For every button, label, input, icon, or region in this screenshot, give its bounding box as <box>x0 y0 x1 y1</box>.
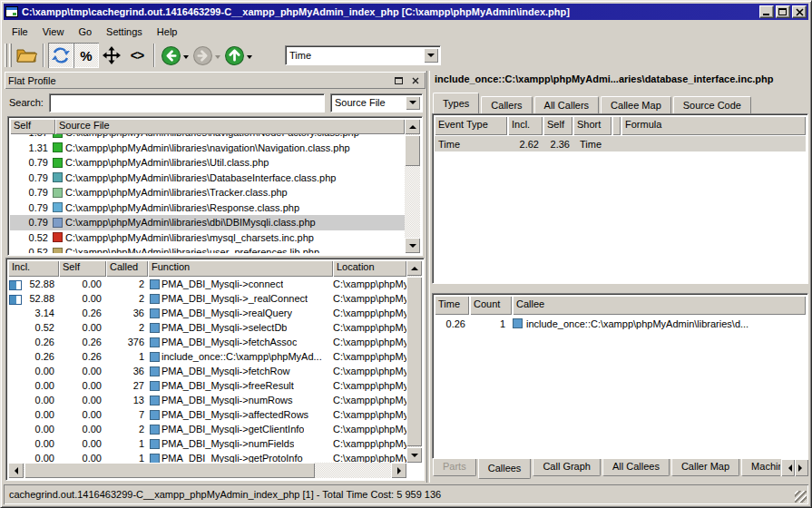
detail-bottom-tab[interactable]: Call Graph <box>533 459 601 476</box>
column-header-time[interactable]: Time <box>435 296 469 315</box>
detail-bottom-tab[interactable]: Callees <box>478 459 532 479</box>
function-row[interactable]: 0.00 0.00 36 PMA_DBI_Mysqli->fetchRow C:… <box>8 364 406 378</box>
file-list-vertical-scrollbar[interactable] <box>405 119 420 253</box>
source-file-row[interactable]: 0.79 C:\xampp\phpMyAdmin\libraries\Track… <box>10 185 405 200</box>
function-row[interactable]: 0.26 0.26 376 PMA_DBI_Mysqli->fetchAssoc… <box>8 335 406 349</box>
column-header-source-file[interactable]: Source File <box>55 119 405 134</box>
up-dropdown-caret[interactable] <box>247 55 252 62</box>
column-header-callee[interactable]: Callee <box>513 296 806 315</box>
function-table-vertical-scrollbar[interactable] <box>406 260 422 463</box>
source-file-row[interactable]: 0.52 C:\xampp\phpMyAdmin\libraries\user_… <box>10 245 405 253</box>
detail-tab[interactable]: Types <box>433 93 479 113</box>
expand-shorten-button[interactable]: <> <box>124 43 150 68</box>
column-header-self[interactable]: Self <box>10 119 55 134</box>
function-row[interactable]: 0.00 0.00 1 PMA_DBI_Mysqli->getProtoInfo… <box>8 451 406 463</box>
combobox-dropdown-button[interactable] <box>424 48 438 63</box>
relative-to-parent-button[interactable] <box>99 43 124 68</box>
dock-title-bar[interactable]: Flat Profile <box>5 72 426 89</box>
forward-button[interactable] <box>191 43 222 68</box>
minimize-button[interactable] <box>759 5 774 18</box>
scrollbar-thumb[interactable] <box>405 135 420 166</box>
self-value: 2.36 <box>542 139 571 150</box>
back-dropdown-caret[interactable] <box>183 55 189 62</box>
source-file-row[interactable]: 0.79 C:\xampp\phpMyAdmin\libraries\Datab… <box>10 171 405 186</box>
column-header-short[interactable]: Short <box>573 116 611 135</box>
called-count-value: 1 <box>106 351 148 362</box>
source-file-row[interactable]: 0.79 C:\xampp\phpMyAdmin\libraries\Respo… <box>10 200 405 216</box>
tab-scroll-right-button[interactable] <box>795 459 808 476</box>
dock-float-button[interactable] <box>392 74 406 87</box>
search-input[interactable] <box>49 93 325 112</box>
function-row[interactable]: 0.00 0.00 13 PMA_DBI_Mysqli->numRows C:\… <box>8 393 406 407</box>
detail-tab[interactable]: Callers <box>481 96 532 113</box>
function-row[interactable]: 0.00 0.00 2 PMA_DBI_Mysqli->getClientInf… <box>8 422 406 436</box>
column-header-called[interactable]: Called <box>106 260 148 277</box>
tab-scroll-left-button[interactable] <box>781 459 795 476</box>
event-type-row[interactable]: Time 2.62 2.36 Time <box>435 136 806 151</box>
incl-cost-value: 3.14 <box>8 308 59 318</box>
scroll-down-button[interactable] <box>406 447 422 463</box>
callee-row[interactable]: 0.26 1 include_once::C:\xampp\phpMyAdmin… <box>435 316 806 331</box>
maximize-button[interactable] <box>776 5 790 18</box>
relative-percent-button[interactable]: % <box>73 43 99 68</box>
detail-tab[interactable]: Callee Map <box>601 96 671 113</box>
menu-item[interactable]: Help <box>150 24 185 39</box>
column-header-incl[interactable]: Incl. <box>508 116 543 135</box>
column-header-function[interactable]: Function <box>148 260 333 277</box>
toolbar-grip[interactable] <box>9 44 12 67</box>
back-button[interactable] <box>159 43 191 68</box>
menu-bar: FileViewGoSettingsHelp <box>5 23 807 40</box>
function-row[interactable]: 52.88 0.00 2 PMA_DBI_Mysqli->connect C:\… <box>8 277 406 291</box>
scroll-left-button[interactable] <box>8 463 24 478</box>
detail-bottom-tab[interactable]: Machine <box>741 459 780 476</box>
detail-tab[interactable]: Source Code <box>673 96 751 113</box>
float-icon <box>395 77 403 84</box>
incl-cost-value: 0.00 <box>8 409 59 420</box>
function-row[interactable]: 0.00 0.00 1 PMA_DBI_Mysqli->numFields C:… <box>8 436 406 451</box>
source-file-path: C:\xampp\phpMyAdmin\libraries\dbi\DBIMys… <box>65 217 405 228</box>
group-by-combobox[interactable]: Source File <box>330 93 423 112</box>
source-file-row[interactable]: 0.52 C:\xampp\phpMyAdmin\libraries\mysql… <box>10 230 405 246</box>
cycle-grouping-button[interactable] <box>48 43 73 68</box>
function-row[interactable]: 0.52 0.00 2 PMA_DBI_Mysqli->selectDb C:\… <box>8 320 406 335</box>
detail-tab[interactable]: All Callers <box>534 96 600 113</box>
function-row[interactable]: 52.88 0.00 2 PMA_DBI_Mysqli->_realConnec… <box>8 291 406 306</box>
scroll-down-button[interactable] <box>405 238 420 253</box>
column-header-self[interactable]: Self <box>543 116 572 135</box>
function-row[interactable]: 0.00 0.00 7 PMA_DBI_Mysqli->affectedRows… <box>8 407 406 422</box>
menu-item[interactable]: Go <box>71 24 99 39</box>
resize-grip[interactable] <box>795 491 807 503</box>
function-row[interactable]: 3.14 0.26 36 PMA_DBI_Mysqli->realQuery C… <box>8 306 406 320</box>
function-row[interactable]: 0.00 0.00 27 PMA_DBI_Mysqli->freeResult … <box>8 378 406 393</box>
source-file-row[interactable]: 0.79 C:\xampp\phpMyAdmin\libraries\Util.… <box>10 155 405 171</box>
scroll-right-button[interactable] <box>391 463 406 478</box>
function-row[interactable]: 0.26 0.26 1 include_once::C:\xampp\phpMy… <box>8 349 406 364</box>
dock-close-button[interactable] <box>408 74 422 87</box>
column-header-event-type[interactable]: Event Type <box>435 116 507 135</box>
detail-bottom-tab[interactable]: All Callees <box>602 459 670 476</box>
close-button[interactable] <box>792 5 807 18</box>
event-type-combobox[interactable]: Time <box>285 45 441 65</box>
menu-item[interactable]: View <box>35 24 72 39</box>
scrollbar-thumb[interactable] <box>24 463 315 478</box>
menu-item[interactable]: File <box>5 24 35 39</box>
scrollbar-thumb[interactable] <box>406 277 422 446</box>
toolbar-grip[interactable] <box>5 44 7 67</box>
function-table-horizontal-scrollbar[interactable] <box>8 463 406 478</box>
column-header-self[interactable]: Self <box>59 260 106 277</box>
column-header-location[interactable]: Location <box>333 260 406 277</box>
open-file-button[interactable] <box>14 43 39 68</box>
combobox-dropdown-button[interactable] <box>406 96 420 110</box>
detail-bottom-tab[interactable]: Parts <box>433 459 476 476</box>
scroll-up-button[interactable] <box>405 119 420 134</box>
menu-item[interactable]: Settings <box>99 24 150 39</box>
detail-bottom-tab[interactable]: Caller Map <box>671 459 739 476</box>
column-header-formula[interactable]: Formula <box>621 116 806 135</box>
column-header-incl[interactable]: Incl. <box>8 260 59 277</box>
source-file-row[interactable]: 1.31 C:\xampp\phpMyAdmin\libraries\navig… <box>10 141 405 156</box>
column-header-count[interactable]: Count <box>470 296 512 315</box>
column-header-blank[interactable] <box>612 116 621 135</box>
up-button[interactable] <box>222 43 254 68</box>
source-file-row[interactable]: 0.79 C:\xampp\phpMyAdmin\libraries\dbi\D… <box>10 215 405 230</box>
scroll-up-button[interactable] <box>406 260 422 276</box>
